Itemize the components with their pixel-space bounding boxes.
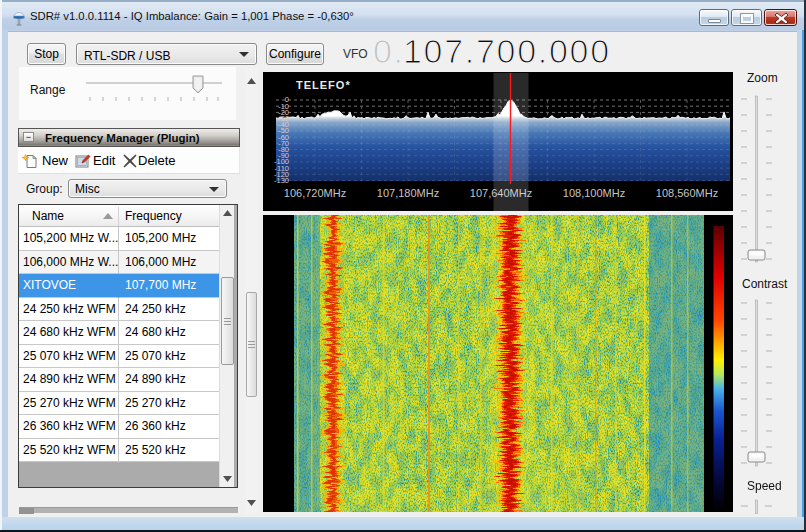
- svg-text:106,720MHz: 106,720MHz: [284, 187, 346, 199]
- svg-text:0.: 0.: [373, 33, 405, 69]
- svg-text:108,560MHz: 108,560MHz: [656, 187, 718, 199]
- svg-text:107,180MHz: 107,180MHz: [377, 187, 439, 199]
- svg-text:107.700.000: 107.700.000: [403, 33, 611, 69]
- svg-text:108,100MHz: 108,100MHz: [563, 187, 625, 199]
- svg-text:TELEFO*: TELEFO*: [296, 79, 351, 91]
- svg-text:-130: -130: [274, 176, 289, 185]
